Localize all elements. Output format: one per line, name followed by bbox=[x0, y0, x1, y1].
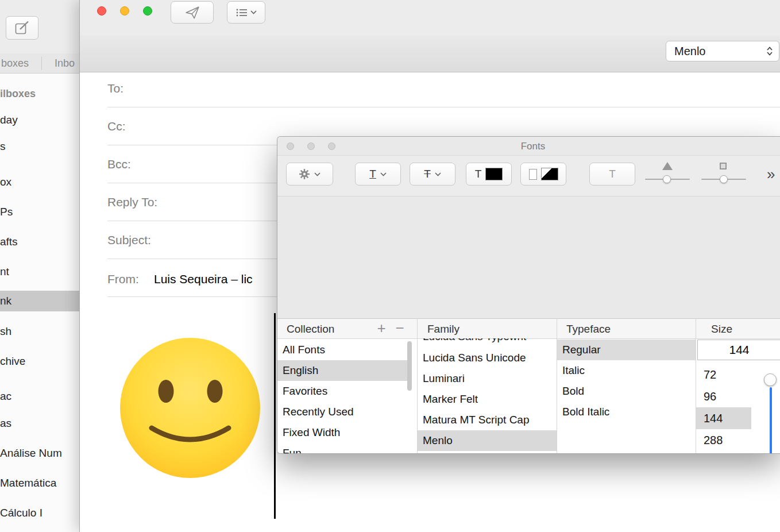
sidebar-item-junk[interactable]: nk bbox=[0, 294, 79, 309]
favorites-tab-inbox[interactable]: Inbo bbox=[55, 53, 75, 74]
family-item-clipped[interactable]: Lucida Sans Typewrit bbox=[418, 338, 557, 346]
sidebar-item-archive[interactable]: chive bbox=[0, 354, 79, 369]
typeface-item-bold[interactable]: Bold bbox=[557, 381, 696, 402]
typeface-item-regular[interactable]: Regular bbox=[557, 340, 696, 360]
fonts-panel: Fonts T T T bbox=[277, 136, 780, 454]
sidebar-item[interactable]: s bbox=[0, 139, 79, 154]
column-header-family: Family bbox=[427, 319, 459, 339]
font-family-value: Menlo bbox=[674, 45, 766, 58]
sidebar-item-drafts[interactable]: afts bbox=[0, 234, 79, 249]
collection-item-fun[interactable]: Fun bbox=[277, 443, 408, 454]
chevron-down-icon bbox=[314, 172, 321, 176]
tab-divider bbox=[41, 57, 42, 70]
main-window-toolbar bbox=[0, 0, 79, 53]
panel-zoom-button[interactable] bbox=[328, 142, 335, 150]
compose-icon bbox=[14, 21, 30, 36]
fonts-panel-titlebar[interactable]: Fonts bbox=[277, 137, 780, 156]
column-separator bbox=[696, 318, 696, 454]
collection-item-recently-used[interactable]: Recently Used bbox=[277, 402, 408, 422]
minimize-button[interactable] bbox=[120, 6, 129, 16]
size-slider-knob[interactable] bbox=[764, 373, 777, 386]
from-account-value[interactable]: Luis Sequeira – lic bbox=[154, 270, 253, 288]
shadow-radius-slider[interactable] bbox=[701, 161, 747, 187]
field-label-to: To: bbox=[107, 79, 123, 98]
chevron-down-icon bbox=[435, 172, 441, 176]
sidebar-item-vips[interactable]: Ps bbox=[0, 205, 79, 219]
sidebar-item-matematica[interactable]: Matemática bbox=[0, 476, 79, 491]
triangle-icon bbox=[662, 162, 673, 170]
sidebar-item-analise-numerica[interactable]: Análise Num bbox=[0, 446, 79, 461]
favorites-tab-mailboxes[interactable]: boxes bbox=[1, 53, 29, 74]
stepper-icon bbox=[766, 45, 773, 57]
sidebar-item-trash[interactable]: sh bbox=[0, 324, 79, 339]
column-separator bbox=[417, 318, 418, 454]
remove-collection-button[interactable]: − bbox=[392, 319, 407, 339]
sidebar-item-sent[interactable]: nt bbox=[0, 264, 79, 279]
page-icon bbox=[529, 169, 537, 180]
browser-header-row: Collection + − Family Typeface Size bbox=[277, 318, 780, 339]
size-item-144[interactable]: 144 bbox=[696, 407, 751, 429]
sidebar-item-today[interactable]: day bbox=[0, 113, 79, 128]
field-separator bbox=[107, 107, 780, 107]
size-item-288[interactable]: 288 bbox=[696, 429, 751, 451]
slider-knob[interactable] bbox=[720, 175, 728, 183]
field-label-bcc: Bcc: bbox=[107, 155, 131, 174]
strikethrough-text-icon: T bbox=[424, 168, 431, 180]
typeface-item-bold-italic[interactable]: Bold Italic bbox=[557, 402, 696, 422]
sidebar-item[interactable]: as bbox=[0, 416, 79, 431]
field-label-subject: Subject: bbox=[107, 231, 151, 249]
sidebar-item-calculo[interactable]: Cálculo I bbox=[0, 506, 79, 521]
format-toolbar: Menlo bbox=[80, 36, 780, 72]
zoom-button[interactable] bbox=[143, 6, 152, 16]
compose-button[interactable] bbox=[6, 16, 38, 40]
family-item-marker-felt[interactable]: Marker Felt bbox=[418, 389, 557, 410]
font-family-select[interactable]: Menlo bbox=[666, 41, 779, 61]
slightly-smiling-face-emoji bbox=[118, 336, 262, 480]
collection-item-fixed-width[interactable]: Fixed Width bbox=[277, 422, 408, 443]
family-item-menlo[interactable]: Menlo bbox=[418, 430, 557, 451]
actions-menu-button[interactable] bbox=[286, 163, 333, 186]
text-color-glyph: T bbox=[475, 168, 482, 180]
underline-text-icon: T bbox=[369, 168, 376, 180]
add-collection-button[interactable]: + bbox=[374, 319, 389, 339]
gear-icon bbox=[299, 168, 310, 180]
text-caret bbox=[274, 313, 276, 519]
column-header-typeface: Typeface bbox=[566, 319, 611, 339]
text-color-button[interactable]: T bbox=[466, 163, 512, 186]
size-item-72[interactable]: 72 bbox=[696, 364, 751, 385]
shadow-opacity-slider[interactable] bbox=[645, 161, 692, 187]
family-item-matura-mt-script-cap[interactable]: Matura MT Script Cap bbox=[418, 410, 557, 430]
compose-titlebar bbox=[80, 0, 780, 36]
sidebar-item[interactable]: ac bbox=[0, 389, 79, 404]
toolbar-overflow-button[interactable]: » bbox=[767, 167, 775, 182]
collection-scrollbar-thumb[interactable] bbox=[407, 341, 412, 391]
column-header-size: Size bbox=[711, 319, 732, 339]
send-button[interactable] bbox=[171, 1, 214, 24]
chevron-down-icon bbox=[250, 10, 257, 14]
family-item-lucida-sans-unicode[interactable]: Lucida Sans Unicode bbox=[418, 348, 557, 368]
font-preview-area bbox=[277, 196, 780, 318]
sidebar-item-inbox[interactable]: ox bbox=[0, 175, 79, 190]
size-item-96[interactable]: 96 bbox=[696, 385, 751, 407]
size-input[interactable]: 144 bbox=[697, 340, 780, 360]
close-button[interactable] bbox=[97, 6, 106, 16]
family-item-luminari[interactable]: Luminari bbox=[418, 368, 557, 389]
panel-minimize-button[interactable] bbox=[307, 142, 315, 150]
text-shadow-button[interactable]: T bbox=[589, 163, 635, 186]
slider-knob[interactable] bbox=[663, 175, 671, 183]
collection-item-all-fonts[interactable]: All Fonts bbox=[277, 340, 408, 360]
size-slider-track[interactable] bbox=[770, 387, 772, 454]
typeface-item-italic[interactable]: Italic bbox=[557, 360, 696, 381]
mail-main-window: boxes Inbo ilboxes day s ox Ps afts nt n… bbox=[0, 0, 79, 532]
document-color-button[interactable] bbox=[520, 163, 566, 186]
field-label-reply-to: Reply To: bbox=[107, 193, 157, 211]
sidebar-header-mailboxes: ilboxes bbox=[0, 86, 79, 101]
strikethrough-button[interactable]: T bbox=[410, 163, 455, 186]
text-shadow-icon: T bbox=[609, 168, 616, 180]
header-fields-menu-button[interactable] bbox=[227, 1, 265, 24]
panel-close-button[interactable] bbox=[287, 142, 294, 150]
collection-item-english[interactable]: English bbox=[277, 360, 408, 381]
collection-item-favorites[interactable]: Favorites bbox=[277, 381, 408, 402]
paper-plane-icon bbox=[184, 5, 200, 20]
underline-button[interactable]: T bbox=[355, 163, 401, 186]
